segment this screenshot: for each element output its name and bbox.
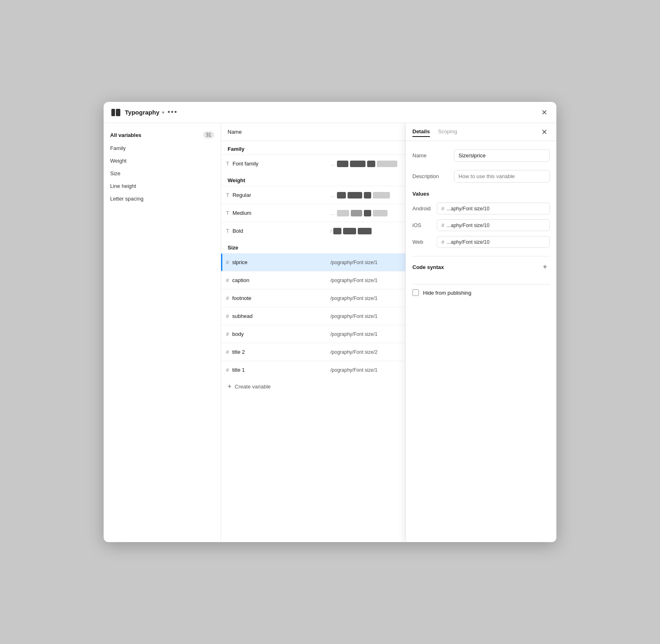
more-options-icon[interactable]: ••• bbox=[168, 108, 178, 117]
title-group: Typography ▾ bbox=[125, 109, 164, 116]
hash-icon: # bbox=[226, 313, 229, 319]
android-value-pill[interactable]: # ...aphy/Font size/10 bbox=[437, 203, 550, 214]
value-row-ios: iOS # ...aphy/Font size/10 bbox=[412, 219, 550, 231]
chevron-down-icon[interactable]: ▾ bbox=[162, 110, 164, 115]
var-name-cell: # title 1 bbox=[221, 367, 327, 373]
var-name-text: Font family bbox=[233, 161, 259, 167]
var-name-text: subhead bbox=[232, 313, 252, 319]
hash-icon: # bbox=[226, 277, 229, 283]
hash-icon: # bbox=[226, 349, 229, 355]
close-button[interactable]: ✕ bbox=[538, 107, 550, 118]
sidebar-item-weight[interactable]: Weight bbox=[104, 154, 221, 167]
selected-accent bbox=[221, 254, 222, 271]
web-value-pill[interactable]: # ...aphy/Font size/10 bbox=[437, 236, 550, 248]
var-name-cell: T Font family bbox=[221, 161, 327, 167]
panel-header: Details Scoping ✕ bbox=[406, 123, 556, 141]
hash-icon: # bbox=[226, 331, 229, 337]
hash-icon: # bbox=[441, 205, 444, 212]
sidebar-item-line-height[interactable]: Line height bbox=[104, 180, 221, 192]
var-name-text: Medium bbox=[233, 210, 251, 216]
ios-value: ...aphy/Font size/10 bbox=[447, 223, 489, 228]
platform-ios: iOS bbox=[412, 222, 437, 228]
tab-details[interactable]: Details bbox=[412, 127, 430, 137]
name-field-group: Name bbox=[412, 149, 550, 162]
svg-rect-0 bbox=[111, 109, 115, 116]
details-panel: Details Scoping ✕ Name Descriptio bbox=[405, 123, 556, 542]
var-name-text: title 2 bbox=[232, 349, 245, 355]
hash-icon: # bbox=[226, 367, 229, 373]
type-icon: T bbox=[226, 161, 229, 167]
var-name-text: footnote bbox=[232, 295, 251, 301]
modal-title: Typography bbox=[125, 109, 159, 116]
var-name-text: caption bbox=[232, 277, 249, 283]
panel-body: Name Description Values Android bbox=[406, 141, 556, 542]
var-name-cell: T Bold bbox=[221, 228, 327, 234]
hide-publishing-label: Hide from publishing bbox=[423, 290, 472, 296]
col-name-header: Name bbox=[221, 129, 327, 135]
sidebar-all-variables[interactable]: All variables 31 bbox=[104, 128, 221, 142]
var-name-cell: # title 2 bbox=[221, 349, 327, 355]
header-left: Typography ▾ ••• bbox=[110, 108, 178, 117]
var-name-text: body bbox=[232, 331, 244, 337]
description-input[interactable] bbox=[454, 170, 550, 183]
android-value: ...aphy/Font size/10 bbox=[447, 206, 489, 212]
platform-web: Web bbox=[412, 239, 437, 245]
sidebar-item-size[interactable]: Size bbox=[104, 167, 221, 180]
values-title: Values bbox=[412, 191, 550, 197]
var-name-cell: # footnote bbox=[221, 295, 327, 301]
variables-count-badge: 31 bbox=[203, 131, 214, 139]
type-icon: T bbox=[226, 228, 229, 234]
var-name-cell: T Medium bbox=[221, 210, 327, 216]
sidebar: All variables 31 Family Weight Size Line… bbox=[104, 123, 221, 542]
description-label: Description bbox=[412, 170, 449, 179]
hash-icon: # bbox=[441, 239, 444, 245]
code-syntax-row: Code syntax + bbox=[412, 256, 550, 278]
var-name-cell: # body bbox=[221, 331, 327, 337]
tab-scoping[interactable]: Scoping bbox=[438, 127, 457, 137]
value-row-android: Android # ...aphy/Font size/10 bbox=[412, 203, 550, 214]
var-name-cell: # caption bbox=[221, 277, 327, 283]
hash-icon: # bbox=[441, 222, 444, 228]
var-name-text: title 1 bbox=[232, 367, 245, 373]
var-name-cell: T Regular bbox=[221, 192, 327, 198]
modal-body: All variables 31 Family Weight Size Line… bbox=[104, 123, 556, 542]
ios-value-pill[interactable]: # ...aphy/Font size/10 bbox=[437, 219, 550, 231]
hash-icon: # bbox=[226, 259, 229, 265]
svg-rect-1 bbox=[116, 109, 120, 116]
values-section: Values Android # ...aphy/Font size/10 iO… bbox=[412, 191, 550, 248]
main-content: Name Web + Family T Font family … bbox=[221, 123, 556, 542]
sidebar-item-family[interactable]: Family bbox=[104, 142, 221, 154]
hash-icon: # bbox=[226, 295, 229, 301]
var-name-cell: # slprice bbox=[221, 259, 327, 265]
name-label: Name bbox=[412, 149, 449, 159]
plus-icon: + bbox=[228, 383, 231, 390]
value-row-web: Web # ...aphy/Font size/10 bbox=[412, 236, 550, 248]
modal-window: Typography ▾ ••• ✕ All variables 31 Fami… bbox=[104, 102, 556, 542]
sidebar-item-letter-spacing[interactable]: Letter spacing bbox=[104, 192, 221, 205]
code-syntax-label: Code syntax bbox=[412, 264, 444, 270]
hide-publishing-checkbox[interactable] bbox=[412, 289, 419, 296]
create-variable-label: Create variable bbox=[235, 384, 270, 390]
add-code-syntax-button[interactable]: + bbox=[540, 262, 550, 272]
var-name-text: Regular bbox=[233, 192, 251, 198]
hide-from-publishing-row: Hide from publishing bbox=[412, 284, 550, 301]
web-value: ...aphy/Font size/10 bbox=[447, 239, 489, 245]
description-field-group: Description bbox=[412, 170, 550, 183]
layout-toggle-icon[interactable] bbox=[110, 108, 122, 117]
type-icon: T bbox=[226, 192, 229, 198]
var-name-cell: # subhead bbox=[221, 313, 327, 319]
var-name-text: Bold bbox=[233, 228, 243, 234]
all-variables-label: All variables bbox=[110, 132, 142, 138]
type-icon: T bbox=[226, 210, 229, 216]
var-name-text: slprice bbox=[232, 259, 248, 265]
platform-android: Android bbox=[412, 205, 437, 212]
modal-header: Typography ▾ ••• ✕ bbox=[104, 102, 556, 123]
panel-close-button[interactable]: ✕ bbox=[538, 126, 550, 138]
name-input[interactable] bbox=[454, 149, 550, 162]
